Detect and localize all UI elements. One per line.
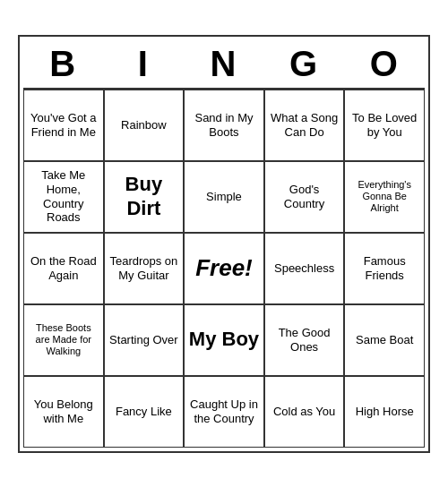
bingo-cell[interactable]: On the Road Again xyxy=(23,233,104,304)
bingo-cell[interactable]: Fancy Like xyxy=(104,376,185,448)
bingo-cell[interactable]: Teardrops on My Guitar xyxy=(104,233,185,304)
bingo-grid: You've Got a Friend in MeRainbowSand in … xyxy=(23,88,425,448)
bingo-cell[interactable]: Everything's Gonna Be Alright xyxy=(344,161,425,233)
bingo-cell[interactable]: Simple xyxy=(184,161,264,233)
header-letter: G xyxy=(264,40,345,88)
bingo-cell[interactable]: Buy Dirt xyxy=(104,161,185,233)
bingo-cell[interactable]: These Boots are Made for Walking xyxy=(23,304,104,376)
bingo-cell[interactable]: To Be Loved by You xyxy=(344,90,425,161)
bingo-cell[interactable]: Take Me Home, Country Roads xyxy=(23,161,104,233)
bingo-cell[interactable]: Same Boat xyxy=(344,304,425,376)
bingo-header: BINGO xyxy=(23,40,425,88)
header-letter: N xyxy=(184,40,264,88)
bingo-cell[interactable]: Starting Over xyxy=(104,304,185,376)
bingo-cell[interactable]: Free! xyxy=(184,233,264,304)
bingo-cell[interactable]: What a Song Can Do xyxy=(264,90,345,161)
bingo-cell[interactable]: God's Country xyxy=(264,161,345,233)
header-letter: I xyxy=(104,40,185,88)
bingo-cell[interactable]: The Good Ones xyxy=(264,304,345,376)
bingo-cell[interactable]: Famous Friends xyxy=(344,233,425,304)
header-letter: O xyxy=(344,40,425,88)
bingo-cell[interactable]: Speechless xyxy=(264,233,345,304)
bingo-card: BINGO You've Got a Friend in MeRainbowSa… xyxy=(18,35,430,453)
bingo-cell[interactable]: Cold as You xyxy=(264,376,345,448)
bingo-cell[interactable]: Sand in My Boots xyxy=(184,90,264,161)
bingo-cell[interactable]: Caught Up in the Country xyxy=(184,376,264,448)
header-letter: B xyxy=(23,40,104,88)
bingo-cell[interactable]: You Belong with Me xyxy=(23,376,104,448)
bingo-cell[interactable]: High Horse xyxy=(344,376,425,448)
bingo-cell[interactable]: Rainbow xyxy=(104,90,185,161)
bingo-cell[interactable]: You've Got a Friend in Me xyxy=(23,90,104,161)
bingo-cell[interactable]: My Boy xyxy=(184,304,264,376)
